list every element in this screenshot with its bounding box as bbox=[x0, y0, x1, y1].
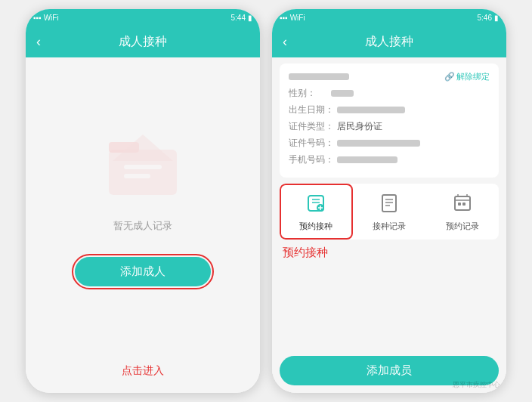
profile-card: 🔗 解除绑定 性别： 出生日期： 证件类型： 居民身份证 证件号码： bbox=[280, 63, 499, 178]
gender-row: 性别： bbox=[289, 87, 490, 100]
wifi-icon: WiFi bbox=[44, 14, 59, 22]
unbind-label: 解除绑定 bbox=[456, 71, 490, 82]
time-right: 5:46 bbox=[478, 14, 492, 22]
tab-booking-record[interactable]: 预约记录 bbox=[425, 184, 499, 240]
gender-label: 性别： bbox=[289, 87, 328, 100]
right-annotation: 预约接种 bbox=[283, 246, 506, 260]
profile-name-row: 🔗 解除绑定 bbox=[289, 71, 490, 82]
tab-book-icon bbox=[305, 193, 326, 218]
status-right-info: 5:44 ▮ bbox=[231, 14, 252, 22]
battery-icon-left: ▮ bbox=[248, 14, 252, 22]
header-title-left: 成人接种 bbox=[119, 34, 167, 50]
birthday-label: 出生日期： bbox=[289, 104, 334, 116]
status-left-info: ▪▪▪ WiFi bbox=[33, 14, 59, 22]
right-screen-body: 🔗 解除绑定 性别： 出生日期： 证件类型： 居民身份证 证件号码： bbox=[272, 57, 506, 393]
birthday-value bbox=[337, 107, 405, 113]
id-number-label: 证件号码： bbox=[289, 137, 334, 150]
status-right-left-info: ▪▪▪ WiFi bbox=[280, 14, 305, 22]
back-button-right[interactable]: ‹ bbox=[283, 34, 287, 50]
tab-booking-icon bbox=[452, 193, 473, 218]
unbind-link[interactable]: 🔗 解除绑定 bbox=[444, 71, 490, 82]
id-type-label: 证件类型： bbox=[289, 120, 334, 133]
empty-state: 暂无成人记录 添加成人 bbox=[26, 57, 260, 360]
tab-vaccination-record[interactable]: 接种记录 bbox=[353, 184, 426, 240]
signal-icon-right: ▪▪▪ bbox=[280, 14, 288, 22]
birthday-row: 出生日期： bbox=[289, 104, 490, 116]
add-member-label: 添加成员 bbox=[367, 363, 412, 376]
add-adult-button[interactable]: 添加成人 bbox=[75, 257, 211, 286]
tab-book-vaccine[interactable]: 预约接种 bbox=[280, 184, 353, 240]
add-button-wrapper: 添加成人 bbox=[72, 254, 214, 289]
time-left: 5:44 bbox=[231, 14, 246, 22]
wifi-icon-right: WiFi bbox=[290, 14, 305, 22]
gender-value bbox=[331, 90, 354, 97]
status-right-right-info: 5:46 ▮ bbox=[478, 14, 499, 22]
header-left: ‹ 成人接种 bbox=[26, 26, 260, 57]
id-type-row: 证件类型： 居民身份证 bbox=[289, 120, 490, 133]
left-phone: ▪▪▪ WiFi 5:44 ▮ ‹ 成人接种 bbox=[26, 9, 260, 393]
tab-record-label: 接种记录 bbox=[373, 221, 406, 232]
right-phone: ▪▪▪ WiFi 5:46 ▮ ‹ 成人接种 🔗 解除绑定 性别： bbox=[272, 9, 506, 393]
name-placeholder bbox=[289, 73, 349, 80]
phone-value bbox=[337, 156, 397, 163]
svg-rect-19 bbox=[458, 203, 461, 206]
tabs-row: 预约接种 接种记录 bbox=[280, 184, 499, 240]
status-bar-right: ▪▪▪ WiFi 5:46 ▮ bbox=[272, 9, 506, 26]
id-number-value bbox=[337, 140, 420, 147]
id-type-value: 居民身份证 bbox=[337, 120, 382, 133]
left-screen-body: 暂无成人记录 添加成人 点击进入 bbox=[26, 57, 260, 393]
status-bar-left: ▪▪▪ WiFi 5:44 ▮ bbox=[26, 9, 260, 26]
svg-rect-20 bbox=[462, 203, 466, 206]
tab-book-label: 预约接种 bbox=[299, 221, 332, 232]
phone-label: 手机号码： bbox=[289, 153, 334, 166]
tab-record-icon bbox=[379, 193, 400, 218]
battery-icon-right: ▮ bbox=[494, 14, 499, 22]
phone-row: 手机号码： bbox=[289, 153, 490, 166]
header-right: ‹ 成人接种 bbox=[272, 26, 506, 57]
tab-booking-label: 预约记录 bbox=[446, 221, 479, 232]
link-icon: 🔗 bbox=[444, 72, 455, 82]
header-title-right: 成人接种 bbox=[365, 34, 413, 50]
empty-illustration bbox=[97, 119, 188, 210]
signal-icon: ▪▪▪ bbox=[33, 14, 42, 22]
empty-text: 暂无成人记录 bbox=[113, 219, 172, 233]
left-annotation: 点击进入 bbox=[122, 364, 164, 378]
svg-rect-3 bbox=[124, 165, 162, 169]
back-button-left[interactable]: ‹ bbox=[36, 34, 41, 50]
svg-rect-11 bbox=[382, 195, 396, 212]
watermark: 恩平市疾控中心 bbox=[453, 380, 500, 390]
svg-rect-4 bbox=[124, 174, 150, 178]
id-number-row: 证件号码： bbox=[289, 137, 490, 150]
